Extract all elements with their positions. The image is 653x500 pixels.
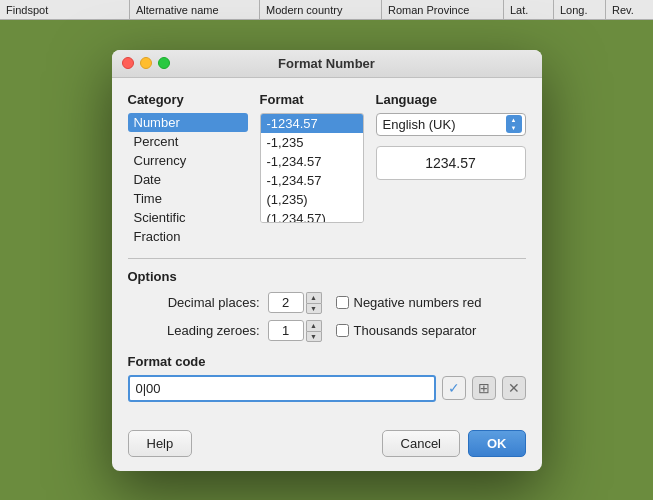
category-list: Number Percent Currency Date Time Scient… (128, 113, 248, 246)
category-item-fraction[interactable]: Fraction (128, 227, 248, 246)
col-header-rev[interactable]: Rev. (606, 0, 643, 19)
category-item-number[interactable]: Number (128, 113, 248, 132)
negative-numbers-checkbox[interactable] (336, 296, 349, 309)
format-list: -1234.57 -1,235 -1,234.57 -1,234.57 (1,2… (261, 114, 363, 223)
category-item-time[interactable]: Time (128, 189, 248, 208)
decimal-places-down[interactable]: ▼ (306, 303, 322, 314)
thousands-separator-label: Thousands separator (354, 323, 477, 338)
format-code-row: ✓ ⊞ ✕ (128, 375, 526, 402)
dialog-backdrop: Format Number Category Number Percent Cu… (0, 20, 653, 500)
leading-zeroes-down[interactable]: ▼ (306, 331, 322, 342)
decimal-places-label: Decimal places: (128, 295, 268, 310)
col-header-moderncountry[interactable]: Modern country (260, 0, 382, 19)
language-header: Language (376, 92, 526, 107)
dialog-footer: Help Cancel OK (112, 430, 542, 471)
format-item-4[interactable]: (1,235) (261, 190, 363, 209)
cancel-button[interactable]: Cancel (382, 430, 460, 457)
thousands-separator-checkbox[interactable] (336, 324, 349, 337)
format-code-delete-icon[interactable]: ✕ (502, 376, 526, 400)
col-header-long[interactable]: Long. (554, 0, 606, 19)
negative-numbers-row: Negative numbers red (324, 295, 526, 310)
leading-zeroes-spinner: ▲ ▼ (306, 320, 324, 342)
ok-button[interactable]: OK (468, 430, 526, 457)
format-code-label: Format code (128, 354, 526, 369)
columns-section: Category Number Percent Currency Date Ti… (128, 92, 526, 246)
minimize-button[interactable] (140, 57, 152, 69)
format-header: Format (260, 92, 364, 107)
col-header-romanprovince[interactable]: Roman Province (382, 0, 504, 19)
category-item-currency[interactable]: Currency (128, 151, 248, 170)
decimal-places-up[interactable]: ▲ (306, 292, 322, 303)
options-header: Options (128, 269, 526, 284)
col-header-altname[interactable]: Alternative name (130, 0, 260, 19)
format-list-container[interactable]: -1234.57 -1,235 -1,234.57 -1,234.57 (1,2… (260, 113, 364, 223)
format-item-3[interactable]: -1,234.57 (261, 171, 363, 190)
decimal-places-spinner: ▲ ▼ (306, 292, 324, 314)
footer-right: Cancel OK (382, 430, 526, 457)
options-grid: Decimal places: ▲ ▼ Negative numbers red… (128, 292, 526, 342)
maximize-button[interactable] (158, 57, 170, 69)
col-header-findspot[interactable]: Findspot (0, 0, 130, 19)
category-item-percent[interactable]: Percent (128, 132, 248, 151)
format-code-confirm-icon[interactable]: ✓ (442, 376, 466, 400)
format-item-0[interactable]: -1234.57 (261, 114, 363, 133)
preview-box: 1234.57 (376, 146, 526, 180)
negative-numbers-label: Negative numbers red (354, 295, 482, 310)
format-number-dialog: Format Number Category Number Percent Cu… (112, 50, 542, 471)
thousands-separator-row: Thousands separator (324, 323, 526, 338)
close-button[interactable] (122, 57, 134, 69)
category-item-date[interactable]: Date (128, 170, 248, 189)
traffic-lights (122, 57, 170, 69)
leading-zeroes-up[interactable]: ▲ (306, 320, 322, 331)
language-select[interactable]: English (UK) English (US) French German (376, 113, 526, 136)
leading-zeroes-label: Leading zeroes: (128, 323, 268, 338)
format-item-2[interactable]: -1,234.57 (261, 152, 363, 171)
language-select-wrapper: English (UK) English (US) French German (376, 113, 526, 136)
decimal-places-input[interactable] (268, 292, 304, 313)
main-area: Format Number Category Number Percent Cu… (0, 20, 653, 500)
divider (128, 258, 526, 259)
dialog-body: Category Number Percent Currency Date Ti… (112, 78, 542, 430)
table-header: Findspot Alternative name Modern country… (0, 0, 653, 20)
category-header: Category (128, 92, 248, 107)
format-item-1[interactable]: -1,235 (261, 133, 363, 152)
help-button[interactable]: Help (128, 430, 193, 457)
category-column: Category Number Percent Currency Date Ti… (128, 92, 248, 246)
language-column: Language English (UK) English (US) Frenc… (376, 92, 526, 246)
col-header-lat[interactable]: Lat. (504, 0, 554, 19)
category-item-scientific[interactable]: Scientific (128, 208, 248, 227)
dialog-titlebar: Format Number (112, 50, 542, 78)
format-code-input[interactable] (128, 375, 436, 402)
format-item-5[interactable]: (1,234.57) (261, 209, 363, 223)
leading-zeroes-input[interactable] (268, 320, 304, 341)
format-code-copy-icon[interactable]: ⊞ (472, 376, 496, 400)
format-column: Format -1234.57 -1,235 -1,234.57 -1,234.… (260, 92, 364, 246)
dialog-title: Format Number (278, 56, 375, 71)
